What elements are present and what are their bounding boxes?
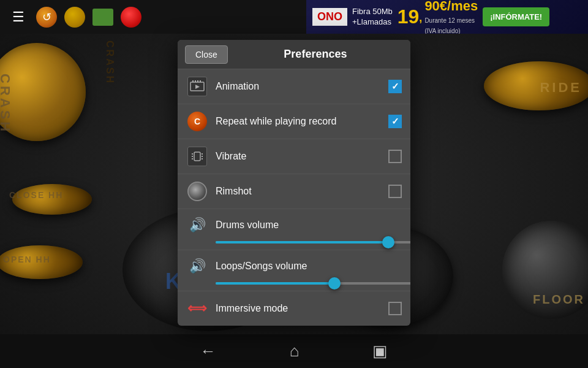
loops-volume-thumb[interactable] xyxy=(328,277,341,289)
toolbar: ☰ ↺ ONO Fibra 50Mb+Llamadas 19 , 90€/mes… xyxy=(0,0,588,34)
animation-checkbox[interactable]: ✓ xyxy=(388,80,402,93)
rimshot-label: Rimshot xyxy=(216,186,388,197)
ad-price-detail: 90€/mesDurante 12 meses(IVA incluido) xyxy=(424,0,478,34)
drums-volume-container: 🔊 Drums volume xyxy=(178,209,410,250)
record-red-icon xyxy=(121,7,141,28)
rimshot-icon xyxy=(186,180,208,202)
vibrate-preference[interactable]: Vibrate xyxy=(178,139,410,174)
drums-volume-icon: 🔊 xyxy=(186,214,208,236)
modal-title: Preferences xyxy=(228,48,403,61)
animation-preference[interactable]: Animation ✓ xyxy=(178,69,410,104)
loops-volume-track[interactable] xyxy=(216,282,410,285)
refresh-button[interactable]: ↺ xyxy=(36,6,58,28)
rimshot-preference[interactable]: Rimshot xyxy=(178,174,410,209)
rimshot-checkbox[interactable] xyxy=(388,185,402,198)
repeat-label: Repeat while playing record xyxy=(216,116,388,127)
ad-cta-button[interactable]: ¡INFÓRMATE! xyxy=(483,7,549,26)
modal-header: Close Preferences xyxy=(178,40,410,69)
bottom-nav: ← ⌂ ▣ xyxy=(0,334,588,368)
repeat-icon: C xyxy=(186,110,208,132)
refresh-icon: ↺ xyxy=(36,7,57,28)
vibrate-label: Vibrate xyxy=(216,151,388,162)
vibrate-icon xyxy=(186,145,208,167)
record-red-button[interactable] xyxy=(120,6,142,28)
immersive-label: Immersive mode xyxy=(216,303,388,314)
metronome-icon xyxy=(64,7,85,28)
recents-button[interactable]: ▣ xyxy=(372,342,388,361)
vibrate-checkbox[interactable] xyxy=(388,150,402,163)
immersive-checkbox[interactable] xyxy=(388,302,402,315)
animation-label: Animation xyxy=(216,81,388,92)
back-button[interactable]: ← xyxy=(200,342,216,361)
immersive-preference[interactable]: ⟺ Immersive mode xyxy=(178,291,410,326)
menu-button[interactable]: ☰ xyxy=(7,6,29,28)
repeat-preference[interactable]: C Repeat while playing record ✓ xyxy=(178,104,410,139)
drums-volume-label: Drums volume xyxy=(216,220,279,231)
loops-volume-container: 🔊 Loops/Songs volume xyxy=(178,250,410,291)
record-green-button[interactable] xyxy=(92,6,114,28)
repeat-checkbox[interactable]: ✓ xyxy=(388,115,402,128)
drums-volume-track[interactable] xyxy=(216,241,410,243)
ad-price: 19 xyxy=(398,6,420,28)
ad-banner: ONO Fibra 50Mb+Llamadas 19 , 90€/mesDura… xyxy=(306,0,588,34)
record-green-icon xyxy=(92,9,113,26)
loops-volume-fill xyxy=(216,282,334,285)
animation-icon xyxy=(186,75,208,98)
volume-purple-icon: 🔊 xyxy=(189,258,206,274)
preferences-modal: Close Preferences Animation xyxy=(178,40,410,326)
ad-brand: ONO xyxy=(312,8,347,26)
drums-volume-thumb[interactable] xyxy=(382,236,394,248)
immersive-icon: ⟺ xyxy=(186,297,208,320)
close-button[interactable]: Close xyxy=(185,45,228,64)
arrows-icon: ⟺ xyxy=(187,301,207,316)
volume-blue-icon: 🔊 xyxy=(189,217,206,233)
svg-rect-6 xyxy=(194,152,200,161)
svg-marker-5 xyxy=(195,85,200,89)
loops-volume-label: Loops/Songs volume xyxy=(216,261,307,272)
home-button[interactable]: ⌂ xyxy=(290,342,300,361)
repeat-checkmark: ✓ xyxy=(391,116,399,127)
menu-icon: ☰ xyxy=(12,9,24,25)
ad-text: Fibra 50Mb+Llamadas xyxy=(352,7,393,28)
animation-checkmark: ✓ xyxy=(391,81,399,92)
loops-volume-icon: 🔊 xyxy=(186,255,208,277)
modal-overlay: Close Preferences Animation xyxy=(0,34,588,334)
metronome-button[interactable] xyxy=(64,6,86,28)
drums-volume-fill xyxy=(216,241,388,243)
